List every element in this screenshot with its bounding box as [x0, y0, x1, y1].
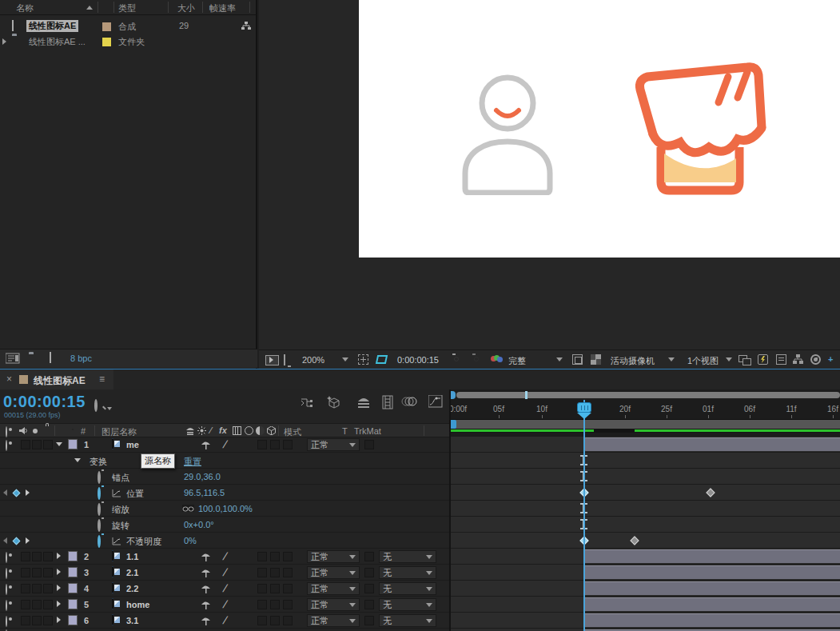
property-value[interactable]: 100.0,100.0% [198, 504, 253, 513]
lock-toggle[interactable] [43, 552, 53, 561]
preserve-transparency-toggle[interactable] [364, 552, 374, 561]
trkmat-dropdown[interactable]: 无 [379, 598, 436, 611]
layer-name[interactable]: home [126, 600, 149, 609]
video-column-icon[interactable] [6, 426, 7, 437]
layer-duration-bar[interactable] [584, 549, 840, 563]
link-dimensions-icon[interactable] [182, 505, 194, 512]
preserve-transparency-column[interactable]: T [342, 426, 348, 436]
track-row-scale[interactable] [451, 501, 840, 517]
previous-keyframe-icon[interactable] [3, 489, 7, 496]
sort-ascending-icon[interactable] [86, 6, 93, 10]
playhead-marker[interactable] [577, 402, 591, 413]
property-value[interactable]: 29.0,36.0 [184, 472, 221, 481]
exposure-adjust-value[interactable]: + [828, 354, 833, 364]
graph-toggle-icon[interactable] [112, 537, 121, 547]
shy-switch-column-icon[interactable] [186, 426, 194, 437]
audio-toggle[interactable] [21, 552, 30, 561]
effects-column-icon[interactable]: fx [219, 425, 227, 435]
layer-row[interactable]: 2 1.1 / 正常 无 [0, 549, 450, 565]
lock-toggle[interactable] [43, 568, 53, 577]
preserve-transparency-toggle[interactable] [364, 568, 374, 577]
preserve-transparency-toggle[interactable] [364, 600, 374, 609]
layer-color-swatch[interactable] [68, 567, 78, 577]
always-preview-icon[interactable] [265, 355, 279, 365]
property-label[interactable]: 缩放 [112, 504, 129, 516]
column-type[interactable]: 类型 [118, 2, 136, 14]
switch-box[interactable] [283, 616, 293, 625]
layer-twirl-icon[interactable] [57, 553, 61, 559]
visibility-eye-icon[interactable] [6, 552, 7, 563]
audio-toggle[interactable] [21, 584, 30, 593]
blend-mode-dropdown[interactable]: 正常 [307, 598, 360, 611]
audio-toggle[interactable] [21, 616, 30, 625]
visibility-eye-icon[interactable] [6, 440, 7, 451]
keyframe-at-time-icon[interactable] [13, 489, 21, 497]
solo-toggle[interactable] [32, 584, 42, 593]
switch-box[interactable] [257, 616, 267, 625]
lock-toggle[interactable] [43, 584, 53, 593]
project-row-composition[interactable]: 线性图标AE 合成 29 [0, 18, 257, 34]
layer-duration-bar[interactable] [584, 437, 840, 451]
column-name[interactable]: 名称 [16, 2, 34, 14]
motion-blur-icon[interactable] [401, 396, 419, 407]
collapse-switch-icon[interactable] [201, 440, 210, 451]
trkmat-column[interactable]: TrkMat [354, 426, 381, 436]
preserve-transparency-toggle[interactable] [364, 616, 374, 625]
timeline-button-icon[interactable] [776, 354, 786, 365]
work-area-bar[interactable] [451, 420, 840, 429]
magnification-value[interactable]: 200% [302, 355, 324, 365]
track-row[interactable] [451, 565, 840, 581]
collapse-switch-icon[interactable] [201, 600, 210, 611]
camera-dropdown-icon[interactable] [668, 357, 675, 361]
share-view-icon[interactable] [738, 355, 750, 364]
quality-switch-icon[interactable]: / [221, 598, 229, 610]
track-row[interactable] [451, 581, 840, 597]
property-value[interactable]: 0% [184, 536, 197, 545]
3d-layer-column-icon[interactable] [267, 426, 276, 437]
quality-switch-icon[interactable]: / [221, 438, 229, 450]
quality-switch-icon[interactable]: / [221, 582, 229, 594]
visibility-eye-icon[interactable] [6, 584, 7, 595]
frame-blend-column-icon[interactable] [233, 426, 241, 435]
keyframe-diamond[interactable] [630, 536, 639, 545]
composition-canvas[interactable] [359, 0, 840, 258]
layer-duration-bar[interactable] [584, 613, 840, 627]
property-label[interactable]: 位置 [126, 488, 144, 500]
current-time-display[interactable]: 0:00:00:15 [3, 393, 86, 411]
lock-toggle[interactable] [43, 600, 53, 609]
switch-box[interactable] [257, 568, 267, 577]
next-keyframe-icon[interactable] [26, 489, 30, 496]
column-divider[interactable] [202, 2, 203, 13]
trkmat-dropdown[interactable]: 无 [379, 550, 436, 563]
stopwatch-icon-active[interactable] [98, 535, 101, 548]
property-row-anchor[interactable]: 锚点 29.0,36.0 [0, 469, 450, 485]
layer-color-swatch[interactable] [68, 599, 78, 609]
time-ruler[interactable]: 0:00f 05f 10f 15f 20f 25f 01f 06f 11f 16… [451, 400, 840, 420]
layer-twirl-icon[interactable] [57, 585, 61, 591]
layer-twirl-icon[interactable] [57, 617, 61, 623]
layer-color-swatch[interactable] [68, 615, 78, 625]
track-row[interactable] [451, 549, 840, 565]
property-row-position[interactable]: 位置 96.5,116.5 [0, 485, 450, 501]
layer-color-swatch[interactable] [68, 551, 78, 561]
region-of-interest-icon[interactable] [572, 354, 583, 365]
switch-box[interactable] [270, 552, 280, 561]
magnification-dropdown-icon[interactable] [342, 357, 348, 361]
previous-keyframe-icon[interactable] [3, 537, 7, 544]
switch-box[interactable] [283, 584, 293, 593]
collapse-switch-icon[interactable] [201, 552, 210, 563]
collapse-switch-icon[interactable] [201, 568, 210, 579]
navigator-start-handle[interactable] [451, 391, 456, 399]
property-label[interactable]: 旋转 [112, 520, 129, 532]
layer-color-swatch[interactable] [68, 439, 78, 449]
switch-box[interactable] [283, 568, 293, 577]
timeline-tab-label[interactable]: 线性图标AE [34, 374, 86, 388]
lock-toggle[interactable] [43, 616, 53, 625]
audio-toggle[interactable] [21, 568, 30, 577]
column-divider[interactable] [98, 2, 98, 13]
property-row-rotation[interactable]: 旋转 0x+0.0° [0, 517, 450, 533]
blend-mode-dropdown[interactable]: 正常 [307, 614, 360, 627]
draft-3d-icon[interactable] [326, 395, 342, 409]
property-row-opacity[interactable]: 不透明度 0% [0, 533, 450, 549]
visibility-eye-icon[interactable] [6, 600, 7, 611]
